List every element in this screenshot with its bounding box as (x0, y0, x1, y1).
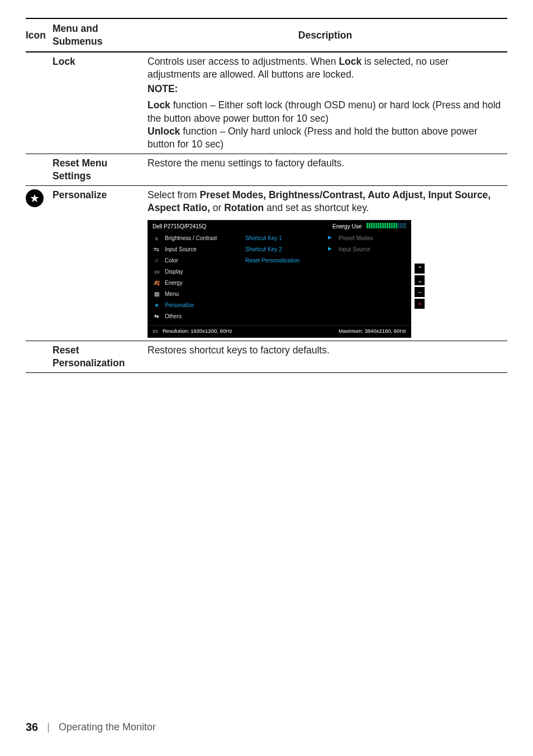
osd-item-display[interactable]: ▭Display (148, 266, 243, 277)
header-icon: Icon (26, 18, 53, 52)
table-row: ★ Personalize Select from Preset Modes, … (26, 186, 507, 341)
header-description: Description (147, 18, 507, 52)
energy-icon: 🍂 (153, 279, 160, 286)
osd-right-column: ▶Preset Modes ▶Input Source (326, 232, 411, 322)
menu-reset-menu: Reset Menu Settings (53, 154, 147, 185)
others-icon: ⇆ (153, 312, 160, 320)
note-lock-text: function – Either soft lock (through OSD… (147, 99, 501, 123)
osd-energy: Energy Use (332, 223, 406, 230)
osd-right-label-0: Preset Modes (339, 235, 373, 242)
osd-left-label-3: Display (165, 268, 183, 275)
osd-down-button[interactable]: ⌄ (415, 275, 425, 285)
personalize-desc-d: Rotation (224, 202, 264, 213)
osd-item-others[interactable]: ⇆Others (148, 310, 243, 322)
osd-resolution-max: Maximum: 3840x2160, 60Hz (339, 328, 406, 335)
lock-desc-part1: Controls user access to adjustments. Whe… (147, 56, 339, 67)
header-menu: Menu and Submenus (53, 18, 147, 52)
osd-item-energy[interactable]: 🍂Energy (148, 277, 243, 288)
osd-enter-button[interactable]: → (415, 287, 425, 297)
desc-personalize: Select from Preset Modes, Brightness/Con… (147, 186, 507, 341)
osd-item-menu[interactable]: ▤Menu (148, 288, 243, 299)
osd-right-preset[interactable]: ▶Preset Modes (326, 232, 411, 243)
osd-item-color[interactable]: ⁙Color (148, 255, 243, 266)
osd-bottom-left-text: Resolution: 1920x1200, 60Hz (163, 328, 232, 334)
desc-reset-personalization: Restores shortcut keys to factory defaul… (147, 341, 507, 372)
page-footer: 36 | Operating the Monitor (26, 721, 156, 734)
osd-right-label-1: Input Source (339, 246, 370, 253)
osd-up-button[interactable]: ⌃ (415, 264, 425, 274)
footer-separator: | (47, 721, 50, 733)
osd-mid-label-2: Reset Personalization (245, 257, 299, 264)
note-unlock-bold: Unlock (147, 126, 180, 137)
osd-mid-column: Shortcut Key 1 Shortcut Key 2 Reset Pers… (243, 232, 326, 322)
page-number: 36 (26, 721, 38, 734)
osd-panel: Dell P2715Q/P2415Q Energy Use (147, 220, 411, 338)
menu-lock: Lock (53, 52, 147, 154)
osd-left-label-6: Personalize (165, 302, 194, 309)
triangle-icon: ▶ (328, 235, 332, 241)
osd-mid-shortcut2[interactable]: Shortcut Key 2 (243, 243, 326, 255)
menu-personalize: Personalize (53, 186, 147, 341)
personalize-icon: ★ (153, 301, 160, 309)
footer-title: Operating the Monitor (59, 721, 156, 733)
desc-lock: Controls user access to adjustments. Whe… (147, 52, 507, 154)
osd-left-label-1: Input Source (165, 246, 197, 253)
osd-left-label-0: Brightness / Contrast (165, 235, 217, 242)
triangle-icon: ▶ (328, 246, 332, 252)
star-icon: ★ (26, 189, 44, 207)
color-icon: ⁙ (153, 256, 160, 264)
personalize-desc-a: Select from (147, 189, 199, 200)
osd-left-label-2: Color (165, 257, 178, 264)
osd-left-label-4: Energy (165, 279, 183, 286)
desc-reset-menu: Restore the menu settings to factory def… (147, 154, 507, 185)
brightness-icon: ☼ (153, 234, 160, 242)
display-icon: ▭ (153, 267, 160, 275)
osd-left-label-5: Menu (165, 290, 179, 298)
resolution-icon: ▭ (153, 328, 160, 335)
osd-item-input[interactable]: ⭾Input Source (148, 243, 243, 255)
menu-icon: ▤ (153, 290, 160, 298)
personalize-icon-cell: ★ (26, 186, 53, 341)
osd-close-button[interactable]: × (415, 299, 425, 309)
table-row: Reset Menu Settings Restore the menu set… (26, 154, 507, 185)
personalize-desc-c: or (210, 202, 224, 213)
osd-item-brightness[interactable]: ☼Brightness / Contrast (148, 232, 243, 243)
osd-right-input[interactable]: ▶Input Source (326, 243, 411, 255)
osd-mid-reset[interactable]: Reset Personalization (243, 255, 326, 266)
input-icon: ⭾ (153, 245, 160, 253)
lock-desc-bold: Lock (339, 56, 361, 67)
osd-left-label-7: Others (165, 313, 182, 320)
note-lock-bold: Lock (147, 99, 170, 111)
menu-description-table: Icon Menu and Submenus Description Lock … (26, 18, 507, 373)
personalize-desc-e: and set as shortcut key. (264, 202, 369, 213)
table-row: Lock Controls user access to adjustments… (26, 52, 507, 154)
osd-energy-label: Energy Use (332, 223, 361, 229)
osd-item-personalize[interactable]: ★Personalize (148, 299, 243, 310)
osd-left-column: ☼Brightness / Contrast ⭾Input Source ⁙Co… (148, 232, 243, 322)
energy-bar-icon (367, 223, 406, 228)
note-label: NOTE: (147, 83, 504, 95)
note-unlock-text: function – Only hard unlock (Press and h… (147, 126, 478, 150)
osd-side-buttons: ⌃ ⌄ → × (415, 264, 425, 309)
table-row: Reset Personalization Restores shortcut … (26, 341, 507, 372)
osd-mid-shortcut1[interactable]: Shortcut Key 1 (243, 232, 326, 243)
osd-mid-label-1: Shortcut Key 2 (245, 246, 282, 253)
osd-mid-label-0: Shortcut Key 1 (245, 235, 282, 242)
osd-model: Dell P2715Q/P2415Q (153, 223, 206, 230)
osd-resolution-current: ▭Resolution: 1920x1200, 60Hz (153, 328, 232, 335)
menu-reset-personalization: Reset Personalization (53, 341, 147, 372)
